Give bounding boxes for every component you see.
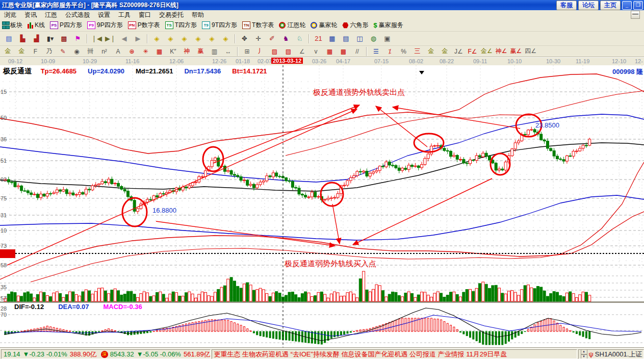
chart-3-icon[interactable]: ▙ bbox=[16, 33, 29, 44]
grid2-icon[interactable]: ▦ bbox=[323, 46, 336, 57]
tool-purple-icon[interactable]: ♞ bbox=[279, 33, 292, 44]
menu-item-2[interactable]: 江恩 bbox=[41, 10, 61, 20]
toolbar-button-T四方形[interactable]: TST四方形 bbox=[165, 21, 197, 30]
notes-icon[interactable]: ▤ bbox=[3, 33, 15, 44]
forum-button[interactable]: 论坛 bbox=[578, 1, 599, 10]
ying-angle-icon[interactable]: 赢∠ bbox=[509, 46, 523, 57]
levels-icon[interactable]: ☰ bbox=[370, 46, 382, 57]
span-icon[interactable]: ↔ bbox=[222, 46, 235, 57]
toolbar-button-K线[interactable]: K线 bbox=[28, 21, 45, 30]
shen-icon[interactable]: 神 bbox=[181, 46, 193, 57]
crosshair-icon[interactable]: ✛ bbox=[252, 33, 265, 44]
zoom-diamond-6-icon[interactable]: ◈ bbox=[219, 33, 232, 44]
vee-icon[interactable]: v bbox=[310, 46, 322, 57]
zoom-diamond-5-icon[interactable]: ◈ bbox=[205, 33, 218, 44]
chart-client-area[interactable]: 1550365192753110735835572870 极反通道 Tp=26.… bbox=[0, 65, 644, 348]
menu-item-5[interactable]: 工具 bbox=[114, 10, 135, 20]
compass-icon[interactable]: ◉ bbox=[70, 46, 83, 57]
menu-item-6[interactable]: 窗口 bbox=[135, 10, 155, 20]
a-line-icon[interactable]: A bbox=[112, 46, 124, 57]
first-bar-icon[interactable]: ❘◀ bbox=[90, 33, 103, 44]
symbol-label: 000998 隆 bbox=[612, 67, 643, 76]
four-angle-icon[interactable]: 四∠ bbox=[524, 46, 537, 57]
gold-circle-icon[interactable]: 金 bbox=[425, 46, 437, 57]
pan-hand-icon[interactable]: ✥ bbox=[238, 33, 251, 44]
menu-item-8[interactable]: 帮助 bbox=[188, 10, 208, 20]
homepage-button[interactable]: 主页 bbox=[600, 1, 621, 10]
zoom-diamond-2-icon[interactable]: ◈ bbox=[164, 33, 177, 44]
red-grid-icon[interactable]: ▦ bbox=[153, 46, 166, 57]
minimize-button[interactable]: _ bbox=[622, 1, 632, 10]
gold-angle-icon[interactable]: 金∠ bbox=[480, 46, 494, 57]
target-icon[interactable]: ⊕ bbox=[125, 46, 138, 57]
zoom-diamond-3-icon[interactable]: ◈ bbox=[178, 33, 191, 44]
n2-icon[interactable]: n² bbox=[98, 46, 111, 57]
angle-measure-icon[interactable]: ✐ bbox=[266, 33, 278, 44]
grid3-icon[interactable]: ▩ bbox=[337, 46, 350, 57]
tool-teal-icon[interactable]: ♘ bbox=[293, 33, 306, 44]
toolbar-button-T数字表[interactable]: TNT数字表 bbox=[242, 21, 274, 30]
toolbar-button-P四方形[interactable]: PSP四方形 bbox=[50, 21, 82, 30]
slashes-icon[interactable]: // bbox=[351, 46, 364, 57]
j-angle-icon[interactable]: J∠ bbox=[452, 46, 465, 57]
k-mark-icon[interactable]: K″ bbox=[167, 46, 179, 57]
save-icon[interactable]: ◫ bbox=[353, 33, 366, 44]
prev-bar-icon[interactable]: ◀ bbox=[118, 33, 131, 44]
calendar-21-icon[interactable]: 21 bbox=[312, 33, 325, 44]
web-icon[interactable]: ◍ bbox=[367, 33, 380, 44]
ying-icon[interactable]: 赢 bbox=[194, 46, 207, 57]
menu-item-4[interactable]: 设置 bbox=[94, 10, 114, 20]
menu-item-0[interactable]: 浏览 bbox=[0, 10, 20, 20]
toolbar-button-9P四方形[interactable]: P99P四方形 bbox=[87, 21, 123, 30]
menu-item-3[interactable]: 公式选股 bbox=[61, 10, 94, 20]
percent-icon[interactable]: % bbox=[397, 46, 410, 57]
print-icon[interactable]: ▣ bbox=[381, 33, 394, 44]
angle-icon[interactable]: ∠ bbox=[296, 46, 308, 57]
maximize-button[interactable]: ❐ bbox=[633, 1, 643, 10]
news-ticker[interactable]: 更重生态 生物农药迎机遇 “去IOE”持续发酵 信息设备国产化迎机遇 公司报道 … bbox=[212, 349, 577, 359]
spiral-icon[interactable]: 乃 bbox=[43, 46, 56, 57]
gold-gann-1-icon[interactable]: 金 bbox=[2, 46, 14, 57]
last-bar-icon[interactable]: ▶❘ bbox=[104, 33, 117, 44]
next-bar-icon[interactable]: ▶ bbox=[132, 33, 144, 44]
percent-line-icon[interactable]: ⁒ bbox=[383, 46, 396, 57]
hexagon-icon bbox=[342, 22, 348, 29]
current-symbol-cell[interactable]: ▲▼ ψ SH1A0001.上证 bbox=[578, 349, 644, 359]
date-axis[interactable]: 2013-03-12 09-1210-0910-2911-1612-0612-2… bbox=[0, 57, 644, 66]
zoom-diamond-4-icon[interactable]: ◈ bbox=[192, 33, 204, 44]
menu-item-7[interactable]: 交易委托 bbox=[155, 10, 188, 20]
fence-icon[interactable]: 卌 bbox=[84, 46, 97, 57]
menu-item-1[interactable]: 资讯 bbox=[20, 10, 41, 20]
candle-type-icon[interactable]: ▮▾ bbox=[44, 33, 57, 44]
table-icon[interactable]: ▦ bbox=[326, 33, 339, 44]
gold-gann-2-icon[interactable]: 金 bbox=[15, 46, 28, 57]
toolbar-button-赢家服务[interactable]: $赢家服务 bbox=[373, 21, 403, 30]
chart-9-icon[interactable]: ▟ bbox=[30, 33, 43, 44]
toolbar-button-六角形[interactable]: 六角形 bbox=[342, 21, 368, 30]
toolbar-button-赢家轮[interactable]: 赢家轮 bbox=[311, 21, 337, 30]
matrix-icon[interactable]: ▩ bbox=[58, 33, 70, 44]
fibonacci-icon[interactable]: F bbox=[29, 46, 42, 57]
flag-chart-icon[interactable]: ⚑ bbox=[71, 33, 84, 44]
zoom-diamond-1-icon[interactable]: ◈ bbox=[150, 33, 163, 44]
frame-icon[interactable]: ⊞ bbox=[241, 46, 253, 57]
toolbar-button-P数字表[interactable]: PNP数字表 bbox=[128, 21, 160, 30]
date-tick-11-19: 11-19 bbox=[576, 58, 589, 64]
mdi-minimize-button[interactable]: — bbox=[631, 11, 640, 19]
pencil-icon[interactable]: ✎ bbox=[57, 46, 69, 57]
three-icon[interactable]: 三 bbox=[411, 46, 424, 57]
toolbar-button-板块[interactable]: 板块 bbox=[2, 21, 22, 30]
f-angle-icon[interactable]: F∠ bbox=[466, 46, 479, 57]
shen-angle-icon[interactable]: 神∠ bbox=[495, 46, 508, 57]
toolbar-button-江恩轮[interactable]: 江恩轮 bbox=[279, 21, 305, 30]
fan-lines-icon[interactable]: 丿 bbox=[254, 46, 267, 57]
star-grid-icon[interactable]: ✳ bbox=[139, 46, 152, 57]
ruler-grid-icon[interactable]: ▥ bbox=[208, 46, 221, 57]
spinner-control[interactable]: ▲▼ bbox=[581, 349, 587, 359]
report-icon[interactable]: ▤ bbox=[340, 33, 352, 44]
gold-line-icon[interactable]: 金 bbox=[439, 46, 451, 57]
service-button[interactable]: 客服 bbox=[556, 1, 577, 10]
toolbar-button-9T四方形[interactable]: T99T四方形 bbox=[202, 21, 237, 30]
shade-grid-icon[interactable]: ▨ bbox=[268, 46, 281, 57]
hatch-grid-icon[interactable]: ▧ bbox=[282, 46, 295, 57]
